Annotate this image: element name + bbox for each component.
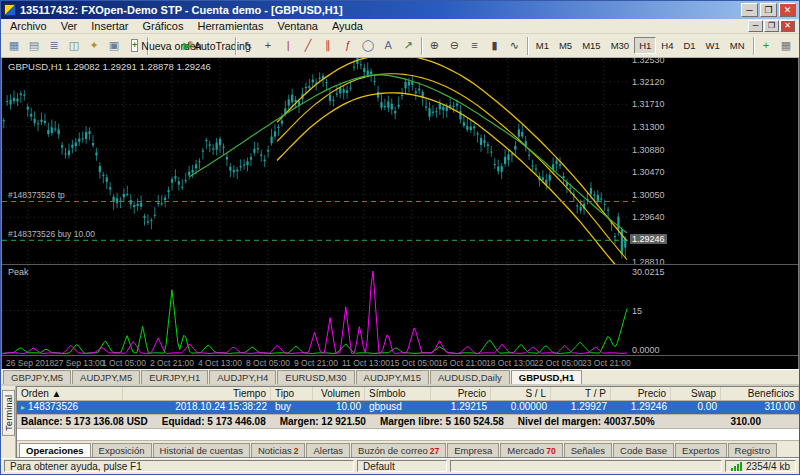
text-icon: A [384, 40, 391, 51]
indicators-button[interactable]: + [756, 36, 776, 56]
menu-item-herramientas[interactable]: Herramientas [190, 20, 270, 32]
column-header-t-p[interactable]: T / P [551, 387, 611, 400]
time-axis-label: 27 Sep 13:00 [54, 358, 105, 368]
column-header-s-l[interactable]: S / L [491, 387, 551, 400]
cursor-button[interactable]: ↖ [238, 36, 258, 56]
chart-tab-audjpy-h4[interactable]: AUDJPY,H4 [209, 370, 276, 384]
chart-tab-audusd-daily[interactable]: AUDUSD,Daily [430, 370, 510, 384]
terminal-tab-historial-de-cuentas[interactable]: Historial de cuentas [153, 443, 250, 457]
terminal-tab-alertas[interactable]: Alertas [306, 443, 350, 457]
navigator-button[interactable]: ✦ [84, 36, 104, 56]
order-cell-orden: ▸148373526 [17, 401, 123, 414]
terminal-tab-buz-n-de-correo[interactable]: Buzón de correo27 [351, 443, 446, 457]
menu-item-archivo[interactable]: Archivo [3, 20, 54, 32]
column-header-s-mbolo[interactable]: Símbolo [365, 387, 431, 400]
restore-button[interactable]: ❐ [760, 3, 777, 17]
price-chart-canvas[interactable] [2, 58, 798, 264]
ma-green-line [190, 75, 628, 233]
terminal-tab-registro[interactable]: Registro [728, 443, 777, 457]
status-spacer [450, 460, 722, 472]
trendline-button[interactable]: ╱ [298, 36, 318, 56]
column-header-orden[interactable]: Orden ▲ [17, 387, 123, 400]
column-header-tiempo[interactable]: Tiempo [123, 387, 271, 400]
terminal-tab-operaciones[interactable]: Operaciones [19, 443, 91, 457]
timeframe-m5-button[interactable]: M5 [554, 37, 577, 54]
terminal-tab-exposici-n[interactable]: Exposición [92, 443, 152, 457]
timeframe-h4-button[interactable]: H4 [656, 37, 678, 54]
column-header-swap[interactable]: Swap [671, 387, 721, 400]
summary-equidad: Equidad: 5 173 446.08 [162, 416, 266, 427]
timeframe-m30-button[interactable]: M30 [606, 37, 634, 54]
text-button[interactable]: A [378, 36, 398, 56]
column-header-beneficios[interactable]: Beneficios [721, 387, 799, 400]
line-chart-button[interactable]: ∿ [504, 36, 524, 56]
timeframe-w1-button[interactable]: W1 [701, 37, 725, 54]
crosshair-button[interactable]: + [258, 36, 278, 56]
status-connection: 2354/4 kb [725, 460, 796, 472]
terminal-side-tab[interactable]: Terminal [1, 386, 16, 458]
trade-line-label: #148373526 tp [8, 190, 65, 200]
terminal-tab-noticias[interactable]: Noticias2 [251, 443, 306, 457]
cursor-icon: ↖ [243, 40, 252, 51]
time-axis-label: 26 Sep 2018 [6, 358, 54, 368]
data-window-button[interactable]: ◫ [64, 36, 84, 56]
terminal-button[interactable]: ▣ [104, 36, 124, 56]
terminal-tab-empresa[interactable]: Empresa [447, 443, 499, 457]
terminal-tab-code-base[interactable]: Code Base [613, 443, 674, 457]
chart-tab-gbpusd-h1[interactable]: GBPUSD,H1 [511, 370, 582, 384]
terminal-tab-expertos[interactable]: Expertos [675, 443, 727, 457]
price-pane[interactable]: GBPUSD,H1 1.29082 1.29291 1.28878 1.2924… [2, 58, 798, 264]
order-row[interactable]: ▸1483735262018.10.24 15:38:22buy10.00gbp… [17, 401, 799, 414]
vline-icon: | [287, 40, 290, 51]
chart-tab-gbpjpy-m5[interactable]: GBPJPY,M5 [3, 370, 71, 384]
chart-tab-eurjpy-h1[interactable]: EURJPY,H1 [141, 370, 208, 384]
menu-item-ventana[interactable]: Ventana [271, 20, 325, 32]
chart-tab-audjpy-m15[interactable]: AUDJPY,M15 [356, 370, 429, 384]
order-cell-volumen: 10.00 [313, 401, 365, 414]
timeframe-d1-button[interactable]: D1 [678, 37, 700, 54]
terminal-tab-mercado[interactable]: Mercado70 [500, 443, 562, 457]
column-header-precio[interactable]: Precio [431, 387, 491, 400]
templates-icon: ▦ [781, 40, 791, 51]
menu-item-ver[interactable]: Ver [54, 20, 85, 32]
chart-tab-eurusd-m30[interactable]: EURUSD,M30 [277, 370, 354, 384]
zoom-out-button[interactable]: ⊖ [444, 36, 464, 56]
channel-button[interactable]: ∥ [318, 36, 338, 56]
zoom-in-button[interactable]: ⊕ [424, 36, 444, 56]
templates-button[interactable]: ▦ [776, 36, 796, 56]
terminal-tab-se-ales[interactable]: Señales [564, 443, 612, 457]
column-header-tipo[interactable]: Tipo [271, 387, 313, 400]
menu-item-ayuda[interactable]: Ayuda [325, 20, 370, 32]
close-button[interactable]: ✕ [779, 3, 796, 17]
bars-chart-button[interactable]: ≡ [464, 36, 484, 56]
price-axis-label: 1.29640 [632, 212, 665, 222]
menu-item-gr-ficos[interactable]: Gráficos [136, 20, 191, 32]
autotrading-button[interactable]: ▶AutoTrading [202, 36, 232, 56]
column-header-precio[interactable]: Precio [611, 387, 671, 400]
status-profile[interactable]: Default [357, 460, 447, 472]
minimize-button[interactable]: ─ [741, 3, 758, 17]
new-chart-button[interactable]: ▦ [4, 36, 24, 56]
indicator-pane[interactable]: Peak 30.0215150.0000 [2, 264, 798, 355]
vline-button[interactable]: | [278, 36, 298, 56]
profiles-button[interactable]: ▤ [24, 36, 44, 56]
timeframe-h1-button[interactable]: H1 [634, 37, 656, 54]
chart-restore-button[interactable]: ❐ [764, 20, 779, 32]
menu-item-insertar[interactable]: Insertar [84, 20, 135, 32]
indicator-canvas[interactable] [2, 265, 798, 355]
chart-tab-audjpy-m5[interactable]: AUDJPY,M5 [72, 370, 140, 384]
summary-margen: Margen: 12 921.50 [280, 416, 366, 427]
market-watch-button[interactable]: ≣ [44, 36, 64, 56]
shapes-button[interactable]: ◯ [358, 36, 378, 56]
menu-bar: ArchivoVerInsertarGráficosHerramientasVe… [1, 19, 799, 34]
timeframe-m1-button[interactable]: M1 [531, 37, 554, 54]
column-header-volumen[interactable]: Volumen [313, 387, 365, 400]
chart-minimize-button[interactable]: ─ [748, 20, 763, 32]
new-order-button[interactable]: +Nueva orden [150, 36, 182, 56]
timeframe-m15-button[interactable]: M15 [577, 37, 605, 54]
candles-chart-button[interactable]: ▮ [484, 36, 504, 56]
arrow-button[interactable]: ↗ [398, 36, 418, 56]
fibo-button[interactable]: ƒ [338, 36, 358, 56]
chart-close-button[interactable]: ✕ [780, 20, 795, 32]
timeframe-mn-button[interactable]: MN [725, 37, 750, 54]
